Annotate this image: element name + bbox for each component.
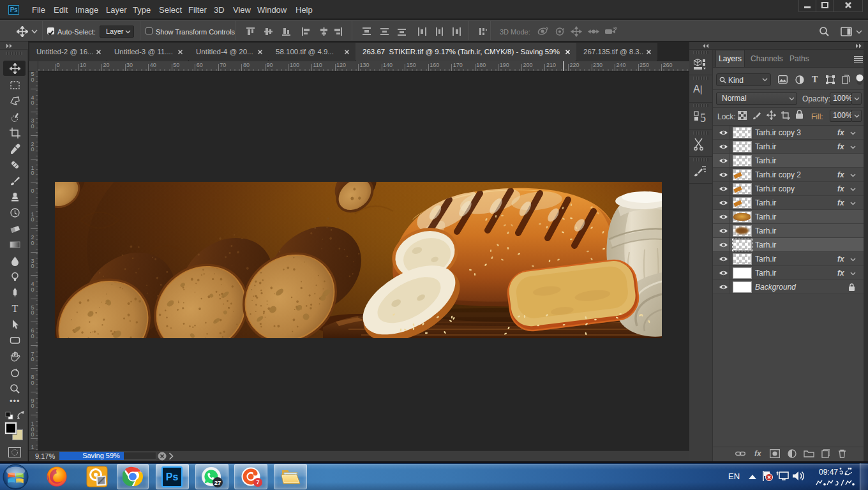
svg-text:7: 7 <box>256 479 259 486</box>
svg-text:5: 5 <box>700 112 706 124</box>
svg-text:T: T <box>12 303 19 314</box>
svg-text:27: 27 <box>214 479 221 486</box>
